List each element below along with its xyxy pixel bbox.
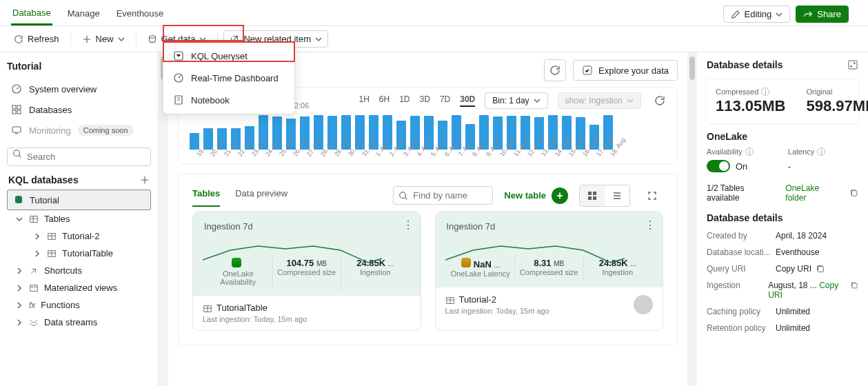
table-icon [47,249,57,258]
explore-your-data-button[interactable]: Explore your data [573,60,678,81]
share-button[interactable]: Share [796,6,849,23]
range-1H[interactable]: 1H [359,94,370,107]
refresh-label: Refresh [28,34,59,44]
nav-overview-label: System overview [29,84,97,94]
tree-tutorial-2-label: Tutorial-2 [62,231,99,241]
tab-database[interactable]: Database [11,3,52,26]
search-input[interactable] [7,148,151,166]
svg-rect-21 [593,196,596,200]
latency-value: - [788,161,826,172]
menu-notebook-label: Notebook [191,95,230,105]
fullscreen-button[interactable] [641,185,663,207]
onelake-header: OneLake [707,131,858,142]
menu-dashboard[interactable]: Real-Time Dashboard [163,67,294,89]
subtab-preview[interactable]: Data preview [235,184,287,207]
tree-data-streams[interactable]: Data streams [7,314,151,331]
editing-button[interactable]: Editing [723,6,791,23]
table-card[interactable]: ⋮Ingestion 7dNaN ...OneLake Latency8.31 … [435,211,664,331]
dashboard-icon [173,72,184,83]
histogram-refresh-button[interactable] [651,92,669,110]
card-title: Ingestion 7d [204,221,410,232]
tree-tables[interactable]: Tables [7,210,151,227]
onelake-folder-link[interactable]: OneLake folder [785,183,839,203]
card-table-name: TutorialTable [203,303,411,314]
range-3D[interactable]: 3D [420,94,430,107]
menu-kql-queryset[interactable]: KQL Queryset [163,45,294,67]
nav-monitoring-label: Monitoring [29,125,71,136]
table-card[interactable]: ⋮Ingestion 7dOneLake Availability104.75 … [192,211,421,331]
matview-icon [29,283,39,293]
gauge-icon [11,83,22,94]
svg-rect-19 [593,192,596,195]
range-1D[interactable]: 1D [399,94,410,107]
svg-rect-6 [17,105,21,109]
svg-rect-12 [30,216,38,222]
detail-row: Retention policyUnlimited [707,320,858,336]
new-button[interactable]: New [77,31,130,47]
copy-icon[interactable] [850,281,858,290]
tree-shortcuts[interactable]: Shortcuts [7,262,151,279]
stream-icon [29,318,39,327]
subtab-tables[interactable]: Tables [192,184,220,207]
detail-row: Database locati...Eventhouse [707,244,858,261]
tree-functions[interactable]: fx Functions [7,296,151,314]
new-table-button[interactable]: New table + [504,187,568,204]
card-more-button[interactable]: ⋮ [645,219,656,232]
chevron-right-icon [34,250,41,257]
chevron-right-icon [16,285,23,292]
view-grid-button[interactable] [580,185,605,206]
detail-row: Caching policyUnlimited [707,303,858,320]
view-list-button[interactable] [605,185,629,206]
chevron-down-icon [534,97,541,104]
info-icon[interactable]: i [745,148,754,156]
svg-point-11 [15,196,22,199]
bar [190,133,199,150]
tab-eventhouse[interactable]: Eventhouse [115,4,165,24]
tree-tutorialtable[interactable]: TutorialTable [7,245,151,262]
refresh-center-button[interactable] [544,59,566,81]
copy-icon[interactable] [816,264,825,274]
tab-manage[interactable]: Manage [66,4,101,24]
time-range-selector: 1H6H1D3D7D30D [359,94,476,107]
tree-materialized-views[interactable]: Materialized views [7,279,151,296]
range-6H[interactable]: 6H [379,94,390,107]
svg-rect-27 [852,283,857,288]
chevron-down-icon [16,216,23,223]
scrollbar-center-panel[interactable] [687,52,697,386]
availability-toggle[interactable] [707,160,730,172]
db-details-header: Database details [707,212,858,223]
kql-databases-header: KQL databases [8,174,79,185]
copy-uri-link[interactable]: Copy URI [768,281,838,300]
availability-label: Availability [707,148,743,156]
svg-rect-15 [30,285,38,291]
expand-panel-icon[interactable] [847,59,858,70]
plus-icon[interactable] [140,175,150,185]
separator [136,32,137,46]
bin-selector[interactable]: Bin: 1 day [485,92,547,109]
nav-system-overview[interactable]: System overview [7,79,151,99]
db-tutorial[interactable]: Tutorial [7,190,151,210]
show-selector[interactable]: show: Ingestion [558,92,641,109]
new-label: New [96,34,114,44]
new-table-label: New table [504,190,546,201]
list-icon [612,190,623,201]
copy-icon[interactable] [849,188,858,198]
svg-point-17 [400,192,406,198]
range-7D[interactable]: 7D [440,94,450,107]
search-icon [12,149,22,159]
tree-tables-label: Tables [44,214,70,224]
chevron-down-icon [776,11,783,18]
refresh-icon [14,34,23,44]
table-icon [47,232,57,241]
info-icon[interactable]: i [761,88,769,96]
range-30D[interactable]: 30D [460,94,475,107]
nav-databases[interactable]: Databases [7,99,151,120]
copy-uri-link[interactable]: Copy URI [776,264,811,274]
card-more-button[interactable]: ⋮ [403,219,414,232]
availability-on: On [736,161,747,172]
menu-notebook[interactable]: Notebook [163,89,294,111]
info-icon[interactable]: i [817,148,825,156]
tree-tutorial-2[interactable]: Tutorial-2 [7,227,151,245]
menu-dashboard-label: Real-Time Dashboard [191,73,279,83]
refresh-button[interactable]: Refresh [8,31,65,47]
